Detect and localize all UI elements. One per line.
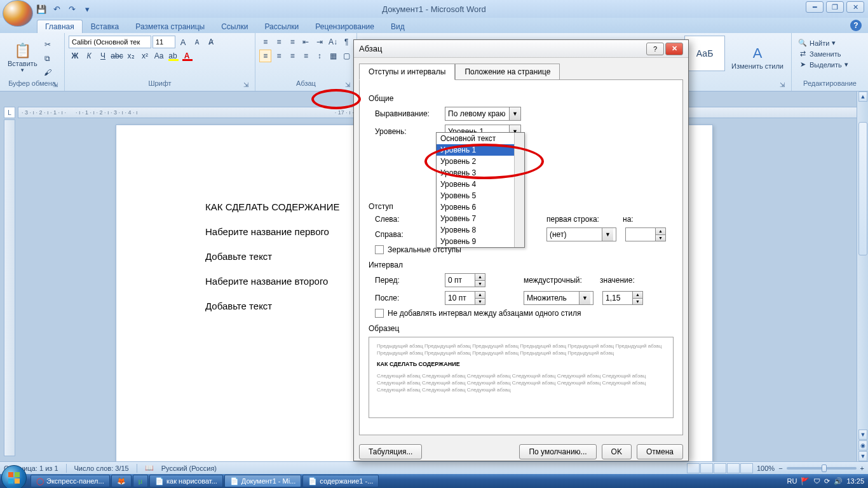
align-center-icon[interactable]: ≡ <box>273 50 285 62</box>
vertical-ruler[interactable] <box>4 119 15 456</box>
scroll-up-icon[interactable]: ▲ <box>858 92 867 102</box>
pilcrow-icon[interactable]: ¶ <box>341 36 353 48</box>
taskbar-item-word3[interactable]: 📄содержание1 -... <box>302 475 379 487</box>
dropdown-item[interactable]: Основной текст <box>437 133 524 144</box>
clipboard-launcher-icon[interactable]: ⇲ <box>51 81 59 89</box>
dropdown-item[interactable]: Уровень 5 <box>437 190 524 201</box>
help-icon[interactable]: ? <box>850 20 862 31</box>
linespacing-at-spinner[interactable]: ▲▼ <box>602 291 643 305</box>
underline-icon[interactable]: Ч <box>97 50 109 62</box>
maximize-button[interactable]: ❐ <box>826 1 844 13</box>
chevron-down-icon[interactable]: ▼ <box>579 292 590 304</box>
tray-volume-icon[interactable]: 🔊 <box>834 477 843 485</box>
tray-time[interactable]: 13:25 <box>846 477 864 485</box>
taskbar-item-word2[interactable]: 📄Документ1 - Mi... <box>224 475 301 487</box>
replace-button[interactable]: ⇄Заменить <box>796 49 851 58</box>
bold-icon[interactable]: Ж <box>69 50 81 62</box>
highlight-icon[interactable]: ab <box>166 50 179 62</box>
dropdown-item[interactable]: Уровень 6 <box>437 201 524 213</box>
status-proofing-icon[interactable]: 📖 <box>145 464 154 472</box>
tab-view[interactable]: Вид <box>383 20 413 33</box>
paste-button[interactable]: 📋 Вставить ▼ <box>4 36 41 79</box>
indent-inc-icon[interactable]: ⇥ <box>313 36 325 48</box>
scroll-thumb[interactable] <box>858 122 867 255</box>
dropdown-item[interactable]: Уровень 7 <box>437 213 524 224</box>
dropdown-item[interactable]: Уровень 1 <box>437 144 524 156</box>
dropdown-item[interactable]: Уровень 2 <box>437 156 524 167</box>
change-styles-button[interactable]: A Изменить стили <box>728 36 787 79</box>
redo-icon[interactable]: ↷ <box>66 3 78 15</box>
dialog-tab-linebreaks[interactable]: Положение на странице <box>455 64 560 80</box>
chevron-down-icon[interactable]: ▼ <box>602 228 613 241</box>
dialog-help-button[interactable]: ? <box>646 43 664 55</box>
spin-up-icon[interactable]: ▲ <box>633 292 642 299</box>
zoom-value[interactable]: 100% <box>757 464 775 472</box>
spin-down-icon[interactable]: ▼ <box>656 235 665 241</box>
tabs-button[interactable]: Табуляция... <box>359 444 422 459</box>
view-ruler-icon[interactable]: L <box>4 107 15 118</box>
dropdown-item[interactable]: Уровень 8 <box>437 224 524 236</box>
chevron-down-icon[interactable]: ▼ <box>509 107 520 120</box>
paragraph-launcher-icon[interactable]: ⇲ <box>344 81 351 89</box>
default-button[interactable]: По умолчанию... <box>519 444 596 459</box>
select-button[interactable]: ➤Выделить ▾ <box>796 60 851 69</box>
copy-icon[interactable]: ⧉ <box>41 52 54 65</box>
spin-up-icon[interactable]: ▲ <box>475 292 485 299</box>
spin-up-icon[interactable]: ▲ <box>656 228 665 235</box>
tab-insert[interactable]: Вставка <box>83 20 128 33</box>
status-language[interactable]: Русский (Россия) <box>161 464 217 472</box>
format-painter-icon[interactable]: 🖌 <box>41 66 54 79</box>
indent-dec-icon[interactable]: ⇤ <box>300 36 312 48</box>
save-icon[interactable]: 💾 <box>36 3 47 15</box>
taskbar-item-firefox[interactable]: 🦊 <box>111 475 132 487</box>
vertical-scrollbar[interactable]: ▲ ▼ ◉ ▼ <box>857 92 868 461</box>
tab-references[interactable]: Ссылки <box>213 20 256 33</box>
find-button[interactable]: 🔍Найти ▾ <box>796 38 851 48</box>
cut-icon[interactable]: ✂ <box>41 38 54 51</box>
dialog-close-button[interactable]: ✕ <box>665 43 683 55</box>
firstline-by-spinner[interactable]: ▲▼ <box>625 227 666 241</box>
status-words[interactable]: Число слов: 3/15 <box>74 464 129 472</box>
taskbar-item-opera[interactable]: ◯Экспресс-панел... <box>31 475 110 487</box>
prev-page-icon[interactable]: ◉ <box>858 440 867 451</box>
sort-icon[interactable]: A↓ <box>327 36 339 48</box>
styles-gallery[interactable]: АаБ <box>684 36 725 71</box>
borders-icon[interactable]: ▢ <box>341 50 353 62</box>
font-size-combo[interactable] <box>153 36 175 48</box>
taskbar-item-word1[interactable]: 📄как нарисоват... <box>149 475 223 487</box>
no-space-checkbox[interactable]: Не добавлять интервал между абзацами одн… <box>375 309 581 318</box>
minimize-button[interactable]: ━ <box>806 1 824 13</box>
ok-button[interactable]: OK <box>602 444 632 459</box>
space-before-spinner[interactable]: ▲▼ <box>445 273 485 287</box>
tray-shield-icon[interactable]: 🛡 <box>813 477 820 485</box>
shading-icon[interactable]: ▦ <box>327 50 339 62</box>
spin-down-icon[interactable]: ▼ <box>475 281 485 287</box>
grow-font-icon[interactable]: A <box>177 36 189 48</box>
close-button[interactable]: ✕ <box>846 1 864 13</box>
zoom-out-icon[interactable]: − <box>778 464 782 472</box>
cancel-button[interactable]: Отмена <box>637 444 683 459</box>
numbering-icon[interactable]: ≡ <box>273 36 285 48</box>
tray-flag-icon[interactable]: 🚩 <box>801 477 810 485</box>
bullets-icon[interactable]: ≡ <box>259 36 271 48</box>
space-after-spinner[interactable]: ▲▼ <box>445 291 485 305</box>
tray-lang[interactable]: RU <box>787 477 797 485</box>
change-case-icon[interactable]: Aa <box>153 50 165 62</box>
dropdown-scrollbar[interactable] <box>514 133 524 247</box>
undo-icon[interactable]: ↶ <box>51 3 62 15</box>
dialog-tab-indents[interactable]: Отступы и интервалы <box>359 64 455 80</box>
taskbar-item-utorrent[interactable]: µ <box>133 475 148 487</box>
dialog-title-bar[interactable]: Абзац ? ✕ <box>354 40 688 58</box>
spin-up-icon[interactable]: ▲ <box>475 274 485 281</box>
zoom-slider[interactable] <box>787 467 857 470</box>
linespacing-combo[interactable]: ▼ <box>524 291 593 305</box>
start-button[interactable] <box>1 465 27 488</box>
styles-launcher-icon[interactable]: ⇲ <box>778 81 786 89</box>
font-color-icon[interactable]: A <box>180 50 193 62</box>
tab-review[interactable]: Рецензирование <box>307 20 383 33</box>
scroll-down-icon[interactable]: ▼ <box>858 430 867 440</box>
shrink-font-icon[interactable]: A <box>191 36 203 48</box>
view-mode-buttons[interactable] <box>687 463 753 473</box>
align-left-icon[interactable]: ≡ <box>259 50 271 62</box>
spin-down-icon[interactable]: ▼ <box>475 299 485 305</box>
